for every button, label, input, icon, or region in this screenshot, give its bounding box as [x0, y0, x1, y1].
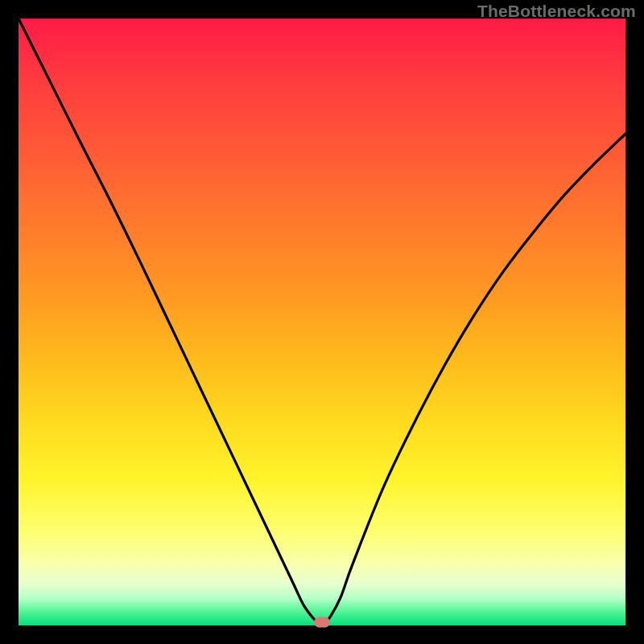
minimum-marker	[314, 617, 330, 628]
bottleneck-curve	[19, 19, 625, 625]
plot-area	[19, 19, 625, 625]
watermark-text: TheBottleneck.com	[477, 2, 636, 21]
chart-frame: TheBottleneck.com	[0, 0, 644, 644]
